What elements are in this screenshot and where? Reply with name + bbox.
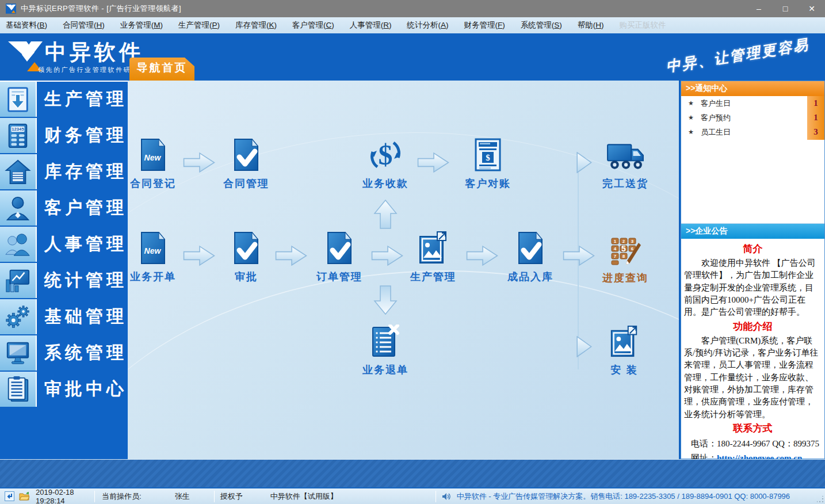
sidebar-item-label: 审批中心 bbox=[37, 372, 128, 407]
announcement-intro-heading: 简介 bbox=[684, 242, 822, 256]
sidebar-item-label: 客户管理 bbox=[37, 190, 128, 226]
notice-center-body: ★ 客户生日 1 ★ 客户预约 1 ★ 员工生日 3 bbox=[681, 96, 824, 224]
monitor-icon bbox=[0, 335, 37, 371]
menu-business[interactable]: 业务管理(M) bbox=[120, 20, 163, 30]
menu-inventory[interactable]: 库存管理(K) bbox=[235, 20, 277, 30]
resize-grip[interactable] bbox=[817, 496, 824, 503]
announcement-body: 简介 欢迎使用中异软件 【广告公司管理软件】，为广告加工制作企业量身定制开发的企… bbox=[681, 239, 824, 466]
sidebar-item-label: 基础管理 bbox=[37, 299, 128, 334]
menu-production[interactable]: 生产管理(P) bbox=[178, 20, 220, 30]
doc-new-icon bbox=[139, 138, 167, 171]
sidebar-item-approval[interactable]: 审批中心 bbox=[0, 372, 128, 407]
tab-nav-home[interactable]: 导航首页 bbox=[129, 58, 194, 81]
flow-node-label: 业务开单 bbox=[128, 270, 190, 284]
open-folder-icon[interactable] bbox=[19, 492, 30, 501]
flow-node-label: 生产管理 bbox=[396, 270, 471, 284]
flow-node-order-manage[interactable]: 订单管理 bbox=[302, 231, 377, 284]
maximize-button[interactable]: □ bbox=[772, 0, 799, 17]
flow-node-reconcile[interactable]: 客户对账 bbox=[450, 138, 525, 190]
flow-node-stock-in[interactable]: 成品入库 bbox=[493, 231, 568, 284]
speaker-icon bbox=[442, 492, 451, 501]
sidebar-item-production[interactable]: 生产管理 bbox=[0, 82, 128, 117]
flow-node-label: 合同管理 bbox=[209, 177, 284, 190]
sidebar-item-label: 统计管理 bbox=[37, 263, 128, 298]
sidebar-item-finance[interactable]: 财务管理 bbox=[0, 118, 128, 153]
flow-node-progress[interactable]: 进度查询 bbox=[588, 237, 663, 285]
notice-item-count: 3 bbox=[807, 125, 824, 139]
announcement-header: >>企业公告 bbox=[681, 224, 824, 239]
truck-icon bbox=[606, 142, 644, 171]
menu-basic-data[interactable]: 基础资料(B) bbox=[6, 20, 47, 30]
status-datetime: 2019-02-18 19:28:14 bbox=[36, 488, 91, 504]
menu-help[interactable]: 帮助(H) bbox=[578, 20, 604, 30]
bottom-band bbox=[0, 459, 825, 487]
menu-statistics[interactable]: 统计分析(A) bbox=[407, 20, 449, 30]
people-icon bbox=[0, 227, 37, 262]
status-marquee-text: 中异软件 - 专业广告传媒管理解决方案。销售电话: 189-2235-3305 … bbox=[457, 491, 790, 502]
notice-center-header: >>通知中心 bbox=[681, 81, 824, 96]
money-icon bbox=[370, 138, 401, 171]
minimize-button[interactable]: – bbox=[746, 0, 772, 17]
flow-node-label: 订单管理 bbox=[302, 270, 377, 284]
notice-item-count: 1 bbox=[807, 110, 824, 125]
license-name: 中异软件【试用版】 bbox=[270, 491, 338, 502]
sidebar-item-base[interactable]: 基础管理 bbox=[0, 299, 128, 334]
sidebar: 生产管理 财务管理 库存管理 客户管理 人事管理 统计管理 基础管理 系统管理 bbox=[0, 81, 128, 459]
menu-bar: 基础资料(B) 合同管理(H) 业务管理(M) 生产管理(P) 库存管理(K) … bbox=[0, 17, 825, 33]
contact-phone-line: 电话：180-2244-9967 QQ：899375 bbox=[691, 437, 822, 452]
separator bbox=[214, 491, 215, 502]
customer-person-icon bbox=[0, 190, 37, 226]
brand-name: 中异软件 bbox=[45, 38, 144, 67]
flow-node-install[interactable]: 安 装 bbox=[587, 326, 662, 377]
notice-item-count: 1 bbox=[807, 96, 824, 110]
flow-node-label: 成品入库 bbox=[493, 270, 568, 284]
right-panel: >>通知中心 ★ 客户生日 1 ★ 客户预约 1 ★ 员工生日 3 >>企业公告… bbox=[681, 81, 825, 459]
flow-node-collect[interactable]: 业务收款 bbox=[348, 138, 423, 190]
flow-node-approve[interactable]: 审批 bbox=[209, 231, 284, 284]
notice-item-customer-appointment[interactable]: ★ 客户预约 1 bbox=[681, 110, 824, 125]
notice-item-employee-birthday[interactable]: ★ 员工生日 3 bbox=[681, 125, 824, 139]
flow-node-contract-register[interactable]: 合同登记 bbox=[128, 138, 190, 190]
menu-hr[interactable]: 人事管理(R) bbox=[350, 20, 392, 30]
announcement-intro-text: 欢迎使用中异软件 【广告公司管理软件】，为广告加工制作企业量身定制开发的企业管理… bbox=[684, 257, 822, 318]
navigate-back-icon[interactable] bbox=[5, 491, 14, 501]
doc-check-icon bbox=[232, 138, 260, 171]
production-doc-icon bbox=[0, 82, 37, 117]
flow-node-contract-manage[interactable]: 合同管理 bbox=[209, 138, 284, 190]
gears-icon bbox=[0, 299, 37, 334]
flow-node-produce[interactable]: 生产管理 bbox=[396, 231, 471, 284]
title-bar: 中异标识ERP管理软件 - [广告行业管理领航者] – □ ✕ bbox=[0, 0, 825, 17]
flow-node-label: 审批 bbox=[209, 270, 284, 284]
flow-node-label: 业务退单 bbox=[348, 363, 423, 377]
menu-customer[interactable]: 客户管理(C) bbox=[292, 20, 334, 30]
flow-node-label: 完工送货 bbox=[588, 177, 663, 190]
doc-check-icon bbox=[232, 231, 260, 265]
sidebar-item-system[interactable]: 系统管理 bbox=[0, 335, 128, 371]
flow-node-deliver[interactable]: 完工送货 bbox=[588, 142, 663, 190]
menu-contract[interactable]: 合同管理(H) bbox=[63, 20, 105, 30]
close-button[interactable]: ✕ bbox=[799, 0, 825, 17]
picture-icon bbox=[419, 231, 448, 265]
flow-node-order-return[interactable]: 业务退单 bbox=[348, 324, 423, 377]
announcement-contact-heading: 联系方式 bbox=[684, 422, 822, 436]
flow-node-label: 合同登记 bbox=[128, 177, 190, 190]
picture-icon bbox=[610, 326, 639, 358]
sidebar-item-hr[interactable]: 人事管理 bbox=[0, 227, 128, 262]
calculator-icon bbox=[0, 118, 37, 153]
sidebar-item-label: 财务管理 bbox=[37, 118, 128, 153]
notice-item-customer-birthday[interactable]: ★ 客户生日 1 bbox=[681, 96, 824, 110]
flow-node-order-create[interactable]: 业务开单 bbox=[128, 231, 190, 284]
menu-finance[interactable]: 财务管理(F) bbox=[464, 20, 505, 30]
window-title: 中异标识ERP管理软件 - [广告行业管理领航者] bbox=[21, 3, 181, 14]
app-logo-icon bbox=[6, 3, 16, 14]
sidebar-item-customer[interactable]: 客户管理 bbox=[0, 190, 128, 226]
sidebar-item-statistics[interactable]: 统计管理 bbox=[0, 263, 128, 298]
sidebar-item-inventory[interactable]: 库存管理 bbox=[0, 154, 128, 189]
status-bar: 2019-02-18 19:28:14 当前操作员: 张生 授权予 中异软件【试… bbox=[0, 487, 825, 504]
notice-item-label: 客户预约 bbox=[701, 113, 731, 123]
separator bbox=[94, 491, 95, 502]
menu-system[interactable]: 系统管理(S) bbox=[521, 20, 562, 30]
separator bbox=[436, 491, 436, 502]
arrow-up-icon bbox=[373, 199, 398, 231]
flow-node-label: 安 装 bbox=[587, 363, 662, 377]
